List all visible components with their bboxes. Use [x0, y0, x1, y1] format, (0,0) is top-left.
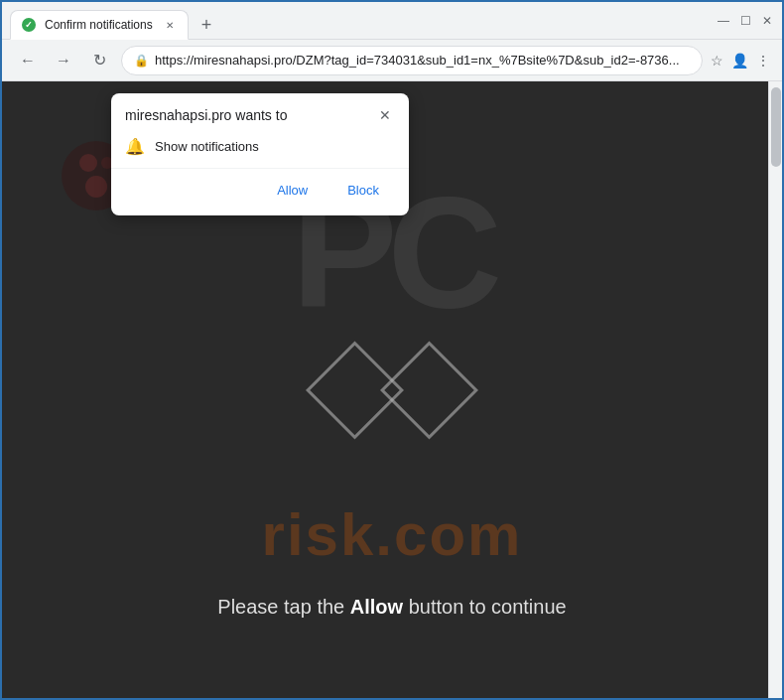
lock-icon: 🔒	[134, 54, 149, 68]
bell-icon: 🔔	[125, 137, 145, 156]
address-bar[interactable]: 🔒 https://miresnahapsi.pro/DZM?tag_id=73…	[121, 46, 703, 75]
title-bar: ✓ Confirm notifications ✕ + — ☐ ✕	[2, 2, 782, 40]
address-text: https://miresnahapsi.pro/DZM?tag_id=7340…	[155, 53, 690, 68]
window-controls: — ☐ ✕	[717, 14, 774, 28]
permission-popup: miresnahapsi.pro wants to ✕ 🔔 Show notif…	[111, 93, 409, 215]
refresh-button[interactable]: ↻	[85, 47, 113, 74]
minimize-button[interactable]: —	[717, 14, 730, 28]
popup-title: miresnahapsi.pro wants to	[125, 107, 287, 123]
maximize-button[interactable]: ☐	[738, 14, 752, 28]
active-tab[interactable]: ✓ Confirm notifications ✕	[10, 10, 189, 40]
tab-bar: ✓ Confirm notifications ✕ +	[10, 2, 717, 39]
diamond-right	[380, 341, 478, 439]
risk-watermark: risk.com	[262, 500, 523, 569]
notification-label: Show notifications	[155, 139, 259, 154]
tab-title: Confirm notifications	[45, 18, 154, 32]
popup-close-button[interactable]: ✕	[375, 105, 395, 125]
forward-button[interactable]: →	[50, 47, 77, 74]
menu-icon[interactable]: ⋮	[756, 53, 770, 69]
scrollbar-track[interactable]	[768, 81, 782, 698]
block-button[interactable]: Block	[331, 177, 395, 204]
scrollbar-thumb[interactable]	[771, 87, 781, 167]
popup-header: miresnahapsi.pro wants to ✕	[111, 93, 409, 133]
close-button[interactable]: ✕	[760, 14, 774, 28]
browser-window: ✓ Confirm notifications ✕ + — ☐ ✕ ← → ↻ …	[0, 0, 784, 700]
allow-button[interactable]: Allow	[261, 177, 324, 204]
navigation-bar: ← → ↻ 🔒 https://miresnahapsi.pro/DZM?tag…	[2, 40, 782, 81]
back-button[interactable]: ←	[14, 47, 42, 74]
popup-notification-row: 🔔 Show notifications	[111, 133, 409, 168]
popup-actions: Allow Block	[111, 168, 409, 215]
tap-allow-bold: Allow	[350, 596, 403, 618]
tab-favicon: ✓	[21, 17, 37, 33]
tab-close-button[interactable]: ✕	[162, 17, 178, 33]
profile-icon[interactable]: 👤	[731, 53, 748, 69]
new-tab-button[interactable]: +	[193, 11, 220, 39]
favicon-check-icon: ✓	[25, 20, 33, 30]
tap-instruction: Please tap the Allow button to continue	[217, 596, 566, 619]
page-content: PC	[2, 81, 782, 698]
diamonds-decoration	[326, 355, 459, 425]
bookmark-icon[interactable]: ☆	[711, 53, 723, 69]
